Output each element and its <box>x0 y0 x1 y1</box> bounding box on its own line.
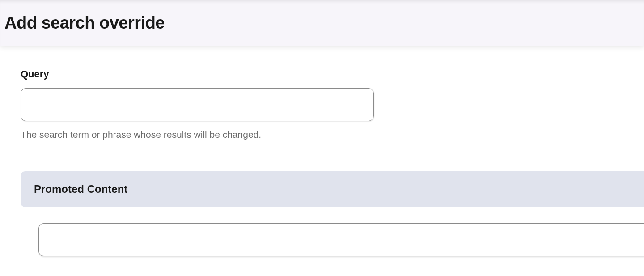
promoted-content-title: Promoted Content <box>34 183 631 195</box>
query-input[interactable] <box>21 88 374 121</box>
promoted-content-section-header: Promoted Content <box>21 171 644 207</box>
page-header: Add search override <box>0 0 644 46</box>
query-form-group: Query The search term or phrase whose re… <box>21 68 644 140</box>
form-content: Query The search term or phrase whose re… <box>0 46 644 256</box>
page-title: Add search override <box>4 13 640 33</box>
promoted-content-input-wrapper <box>21 223 644 256</box>
promoted-content-input[interactable] <box>38 223 644 256</box>
query-help-text: The search term or phrase whose results … <box>21 129 644 140</box>
query-label: Query <box>21 68 644 80</box>
